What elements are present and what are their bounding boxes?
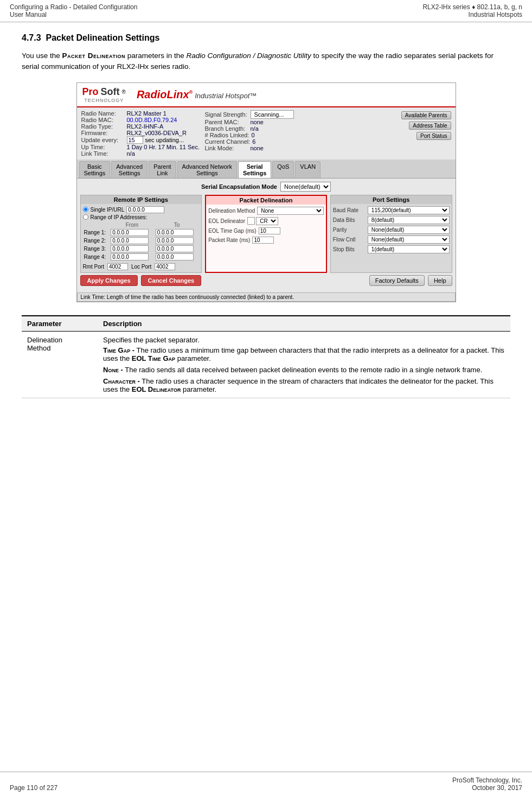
radio-ui-header: ProSoft® TECHNOLOGY RadioLinx® Industria… xyxy=(77,83,456,107)
range-2-to[interactable] xyxy=(156,237,194,244)
apply-changes-button[interactable]: Apply Changes xyxy=(80,275,138,286)
ps-stop-label: Stop Bits xyxy=(333,246,366,252)
prosoft-reg: ® xyxy=(122,89,126,95)
range-ip-radio[interactable] xyxy=(83,214,88,220)
main-content: 4.7.3 Packet Delineation Settings You us… xyxy=(0,22,532,409)
packet-delineation-panel: Packet Delineation Delineation Method No… xyxy=(205,195,327,273)
eol-check-group: CR xyxy=(247,217,278,225)
range-4-from[interactable] xyxy=(111,253,149,260)
remote-ip-panel: Remote IP Settings Single IP/URL Range o… xyxy=(80,195,202,273)
packet-delineation-title: Packet Delineation xyxy=(206,196,326,205)
desc-time-gap: Time Gap - The radio uses a minimum time… xyxy=(103,346,505,362)
pd-eol-label: EOL Delineator xyxy=(208,218,245,224)
prosoft-pro: Pro xyxy=(82,86,99,98)
ps-stop-select[interactable]: 1(default) xyxy=(368,245,450,253)
factory-defaults-button[interactable]: Factory Defaults xyxy=(369,275,425,286)
address-table-button[interactable]: Address Table xyxy=(409,122,451,130)
port-settings-panel: Port Settings Baud Rate 115,200(default)… xyxy=(330,195,452,273)
bottom-buttons-row: Apply Changes Cancel Changes Factory Def… xyxy=(80,273,452,288)
tab-advanced-network[interactable]: Advanced NetworkSettings xyxy=(177,161,237,178)
range-3-from[interactable] xyxy=(111,245,149,252)
link-time-info-bar: Link Time: Length of time the radio has … xyxy=(77,292,456,302)
radio-mac-value: 00.0D.8D.F0.79.24 xyxy=(127,117,177,123)
pd-packetrate-row: Packet Rate (ms) xyxy=(208,237,324,244)
header-left: Configuring a Radio - Detailed Configura… xyxy=(10,3,137,18)
range-3-to[interactable] xyxy=(156,245,194,252)
col-param-header: Parameter xyxy=(22,316,98,332)
none-label: None - xyxy=(103,366,123,374)
tab-parent-link[interactable]: ParentLink xyxy=(149,161,176,178)
range-3-label: Range 3: xyxy=(83,245,110,253)
info-row-fw: Firmware: RLX2_v0036-DEVA_R xyxy=(81,130,204,136)
single-ip-input[interactable] xyxy=(126,206,164,213)
tab-serial-settings[interactable]: SerialSettings xyxy=(238,161,271,178)
help-button[interactable]: Help xyxy=(428,275,452,286)
ps-parity-select[interactable]: None(default) xyxy=(368,226,450,234)
range-2-from[interactable] xyxy=(111,237,149,244)
range-row-4: Range 4: xyxy=(83,253,200,261)
branch-label: Branch Length: xyxy=(205,125,248,132)
ps-baud-select[interactable]: 115,200(default) xyxy=(368,206,450,214)
pd-packetrate-input[interactable] xyxy=(252,237,274,244)
range-row-1: Range 1: xyxy=(83,228,200,237)
desc-none: None - The radio sends all data received… xyxy=(103,366,505,374)
pd-eoltime-input[interactable] xyxy=(259,227,280,234)
ip-ranges-table: From To Range 1: Range 2: xyxy=(83,221,200,261)
pd-method-select[interactable]: None xyxy=(257,207,324,215)
radio-name-label: Radio Name: xyxy=(81,110,125,117)
info-col-1: Radio Name: RLX2 Master 1 Radio MAC: 00.… xyxy=(81,110,204,157)
available-parents-button[interactable]: Available Parents xyxy=(401,111,451,119)
radios-value: 0 xyxy=(251,132,254,138)
tab-qos[interactable]: QoS xyxy=(272,161,294,178)
loc-port-input[interactable] xyxy=(155,263,175,270)
radio-info-grid: Radio Name: RLX2 Master 1 Radio MAC: 00.… xyxy=(77,107,456,160)
tab-vlan[interactable]: VLAN xyxy=(295,161,321,178)
section-number: 4.7.3 xyxy=(22,33,41,42)
radio-mac-label: Radio MAC: xyxy=(81,117,125,123)
rmt-port-input[interactable] xyxy=(107,263,128,270)
tab-basic-settings[interactable]: BasicSettings xyxy=(79,161,111,178)
info-row-radios: # Radios Linked: 0 xyxy=(205,132,328,138)
character-label: Character - xyxy=(103,377,140,385)
tab-advanced-settings[interactable]: AdvancedSettings xyxy=(111,161,148,178)
prosoft-soft: Soft xyxy=(101,86,120,98)
info-row-signal: Signal Strength: Scanning... xyxy=(205,110,328,119)
pd-method-row: Delineation Method None xyxy=(208,207,324,215)
ps-flow-label: Flow Cntl xyxy=(333,237,366,243)
radio-type-label: Radio Type: xyxy=(81,123,125,130)
range-1-from[interactable] xyxy=(111,229,149,236)
port-settings-title: Port Settings xyxy=(331,195,452,204)
radiolinx-brand: RadioLinx® Industrial Hotspot™ xyxy=(137,88,257,101)
info-row-mac: Radio MAC: 00.0D.8D.F0.79.24 xyxy=(81,117,204,123)
ps-baud-row: Baud Rate 115,200(default) xyxy=(333,206,450,214)
info-row-linktime: Link Time: n/a xyxy=(81,150,204,157)
signal-scanning: Scanning... xyxy=(251,110,294,119)
parent-mac-value: none xyxy=(251,119,264,125)
ps-flow-select[interactable]: None(default) xyxy=(368,235,450,244)
rmt-loc-row: Rmt Port Loc Port xyxy=(83,263,200,270)
info-row-branch: Branch Length: n/a xyxy=(205,125,328,132)
pd-eoltime-row: EOL Time Gap (ms) xyxy=(208,227,324,234)
parameter-table: Parameter Description DelineationMethod … xyxy=(22,315,510,398)
cancel-changes-button[interactable]: Cancel Changes xyxy=(141,275,202,286)
range-1-to[interactable] xyxy=(156,229,194,236)
ps-data-label: Data Bits xyxy=(333,217,366,223)
intro-italic: Radio Configuration / Diagnostic Utility xyxy=(186,52,311,60)
eol-checkbox[interactable] xyxy=(247,217,255,225)
port-status-button[interactable]: Port Status xyxy=(416,132,451,140)
parent-mac-label: Parent MAC: xyxy=(205,119,248,125)
header-right-line2: Industrial Hotspots xyxy=(422,11,522,18)
radio-name-value: RLX2 Master 1 xyxy=(127,110,166,117)
range-4-to[interactable] xyxy=(156,253,194,260)
tabs-row: BasicSettings AdvancedSettings ParentLin… xyxy=(77,160,456,179)
footer-company: ProSoft Technology, Inc. xyxy=(452,776,522,784)
ps-data-row: Data Bits 8(default) xyxy=(333,216,450,224)
eol-select[interactable]: CR xyxy=(256,217,278,225)
desc-intro: Specifies the packet separator. xyxy=(103,336,505,344)
ps-data-select[interactable]: 8(default) xyxy=(368,216,450,224)
from-header: From xyxy=(110,221,154,228)
single-ip-radio[interactable] xyxy=(83,207,88,212)
encap-select[interactable]: None(default) xyxy=(280,182,331,192)
intro-text-after: parameters in the xyxy=(125,52,187,60)
link-mode-value: none xyxy=(251,145,264,151)
